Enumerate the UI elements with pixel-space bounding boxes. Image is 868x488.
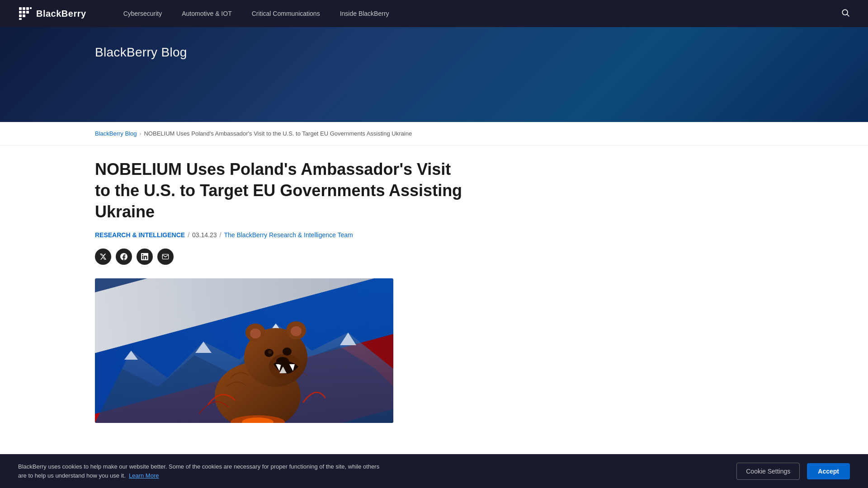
article-date: 03.14.23 (192, 231, 217, 239)
breadcrumb: BlackBerry Blog › NOBELIUM Uses Poland's… (0, 122, 868, 145)
linkedin-share-button[interactable] (137, 249, 153, 265)
logo[interactable]: BlackBerry (18, 6, 86, 21)
hero-section: BlackBerry Blog (0, 27, 868, 122)
svg-rect-7 (19, 14, 22, 17)
facebook-share-button[interactable] (116, 249, 132, 265)
svg-rect-0 (19, 7, 22, 10)
svg-rect-6 (26, 11, 29, 14)
article-meta: RESEARCH & INTELLIGENCE / 03.14.23 / The… (95, 231, 773, 239)
nav-inside-blackberry[interactable]: Inside BlackBerry (330, 0, 399, 27)
article-author[interactable]: The BlackBerry Research & Intelligence T… (224, 231, 353, 239)
svg-rect-9 (19, 18, 22, 20)
email-share-button[interactable] (157, 249, 174, 265)
logo-text: BlackBerry (36, 9, 86, 19)
meta-separator-2: / (220, 231, 222, 239)
twitter-share-button[interactable] (95, 249, 111, 265)
svg-point-27 (291, 326, 302, 336)
svg-rect-2 (26, 7, 29, 10)
svg-rect-3 (30, 7, 32, 9)
svg-point-33 (283, 347, 292, 356)
article-image (95, 278, 393, 423)
svg-rect-4 (19, 11, 22, 14)
navigation: BlackBerry Cybersecurity Automotive & IO… (0, 0, 868, 27)
svg-rect-5 (23, 11, 25, 14)
svg-point-34 (268, 350, 272, 354)
breadcrumb-home[interactable]: BlackBerry Blog (95, 130, 137, 137)
social-share (95, 249, 773, 265)
hero-title: BlackBerry Blog (95, 45, 187, 60)
nav-critical-communications[interactable]: Critical Communications (242, 0, 330, 27)
svg-rect-1 (23, 7, 25, 10)
breadcrumb-current: NOBELIUM Uses Poland's Ambassador's Visi… (144, 130, 412, 137)
svg-rect-8 (23, 14, 25, 17)
svg-line-11 (847, 14, 849, 16)
nav-cybersecurity[interactable]: Cybersecurity (113, 0, 172, 27)
svg-point-10 (842, 9, 848, 15)
nav-links: Cybersecurity Automotive & IOT Critical … (113, 0, 841, 27)
article-category[interactable]: RESEARCH & INTELLIGENCE (95, 231, 185, 239)
meta-separator-1: / (188, 231, 189, 239)
nav-automotive[interactable]: Automotive & IOT (172, 0, 241, 27)
breadcrumb-separator: › (139, 131, 141, 137)
svg-point-26 (250, 328, 261, 338)
svg-point-35 (276, 357, 289, 365)
article-content: NOBELIUM Uses Poland's Ambassador's Visi… (0, 145, 868, 450)
article-title: NOBELIUM Uses Poland's Ambassador's Visi… (95, 159, 466, 222)
search-icon[interactable] (841, 8, 850, 19)
